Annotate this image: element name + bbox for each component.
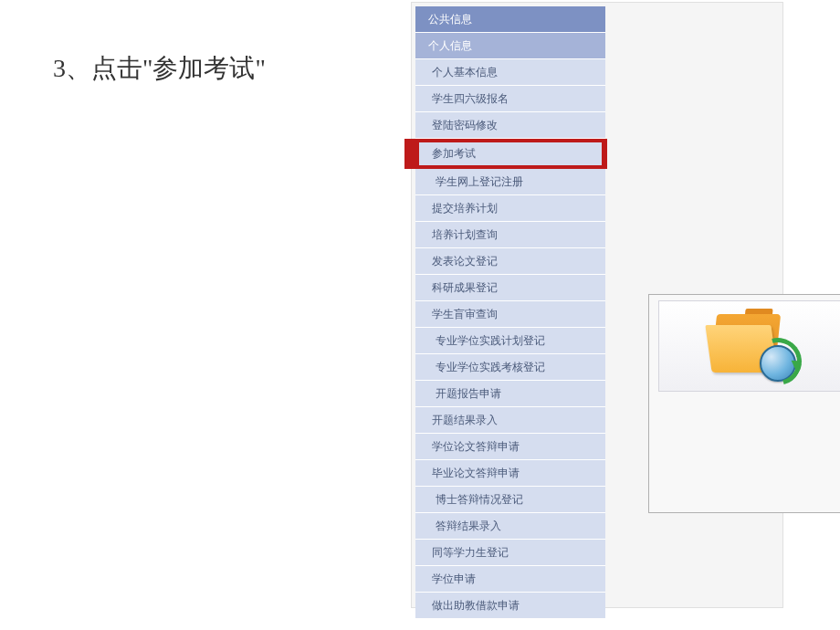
folder-globe-icon	[709, 314, 791, 378]
menu-item-take-exam[interactable]: 参加考试	[419, 142, 602, 165]
sidebar-nav: 公共信息 个人信息 个人基本信息 学生四六级报名 登陆密码修改 参加考试 学生网…	[415, 6, 605, 604]
menu-item-paper-register[interactable]: 发表论文登记	[415, 248, 605, 275]
menu-item-research-register[interactable]: 科研成果登记	[415, 275, 605, 301]
menu-item-loan-apply[interactable]: 做出助教借款申请	[415, 593, 605, 619]
menu-header-public[interactable]: 公共信息	[415, 6, 605, 33]
menu-item-plan-query[interactable]: 培养计划查询	[415, 222, 605, 248]
menu-item-equiv-register[interactable]: 同等学力生登记	[415, 540, 605, 566]
menu-item-cet-register[interactable]: 学生四六级报名	[415, 86, 605, 112]
menu-header-personal[interactable]: 个人信息	[415, 33, 605, 59]
menu-item-online-register[interactable]: 学生网上登记注册	[415, 169, 605, 195]
folder-graphic-container	[658, 300, 840, 392]
step-instruction: 3、点击"参加考试"	[53, 51, 266, 86]
menu-item-password-change[interactable]: 登陆密码修改	[415, 112, 605, 139]
folder-panel	[648, 294, 840, 513]
menu-item-submit-plan[interactable]: 提交培养计划	[415, 195, 605, 222]
menu-item-phd-defense[interactable]: 博士答辩情况登记	[415, 487, 605, 513]
menu-item-practice-assess[interactable]: 专业学位实践考核登记	[415, 354, 605, 381]
menu-item-blind-review[interactable]: 学生盲审查询	[415, 301, 605, 328]
menu-item-practice-plan[interactable]: 专业学位实践计划登记	[415, 328, 605, 354]
menu-item-defense-result[interactable]: 答辩结果录入	[415, 513, 605, 540]
menu-item-degree-defense[interactable]: 学位论文答辩申请	[415, 434, 605, 460]
menu-item-proposal-result[interactable]: 开题结果录入	[415, 407, 605, 434]
menu-item-degree-apply[interactable]: 学位申请	[415, 566, 605, 593]
menu-item-grad-defense[interactable]: 毕业论文答辩申请	[415, 460, 605, 487]
menu-item-proposal-apply[interactable]: 开题报告申请	[415, 381, 605, 407]
highlight-box: 参加考试	[404, 139, 607, 169]
menu-item-basic-info[interactable]: 个人基本信息	[415, 59, 605, 86]
